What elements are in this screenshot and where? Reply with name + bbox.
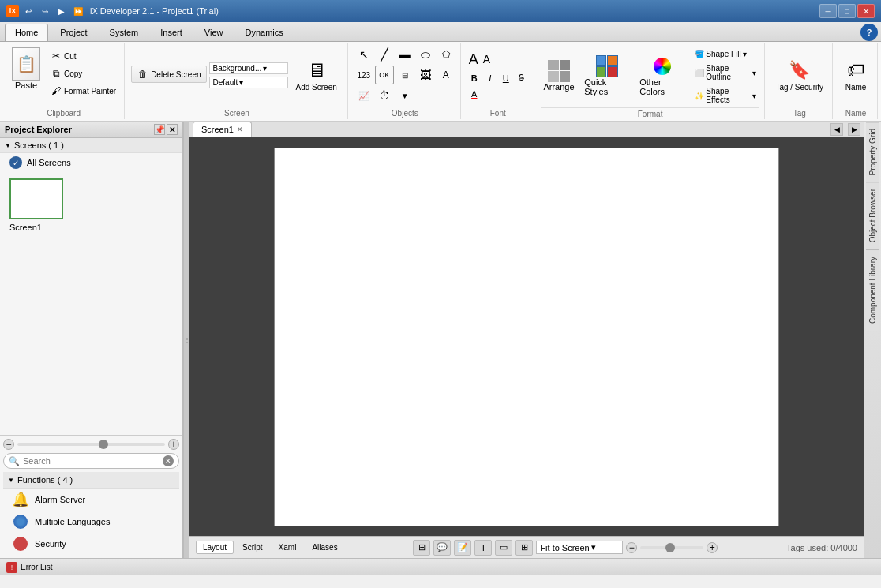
format-painter-button[interactable]: 🖌 Format Painter [47, 83, 119, 99]
zoom-thumb[interactable] [99, 440, 108, 449]
search-field[interactable]: 🔍 ✕ [3, 453, 179, 469]
all-screens-item[interactable]: All Screens [0, 153, 182, 172]
underline-button[interactable]: U [499, 71, 513, 85]
cut-button[interactable]: ✂ Cut [47, 48, 119, 64]
multiple-languages-item[interactable]: Multiple Languages [3, 511, 179, 533]
text-tool-button[interactable]: A [437, 66, 455, 84]
tab-dynamics[interactable]: Dynamics [234, 24, 293, 41]
copy-button[interactable]: ⧉ Copy [47, 66, 119, 81]
maximize-button[interactable]: □ [838, 4, 856, 18]
strikethrough-button[interactable]: S̶ [515, 71, 529, 85]
alarm-server-item[interactable]: 🔔 Alarm Server [3, 489, 179, 511]
tab-insert[interactable]: Insert [150, 24, 193, 41]
script-tab[interactable]: Script [235, 541, 270, 554]
close-button[interactable]: ✕ [857, 4, 875, 18]
quick-styles-button[interactable]: Quick Styles [580, 53, 633, 99]
background-dropdown[interactable]: Background... ▾ [209, 62, 288, 74]
object-browser-tab[interactable]: Object Browser [866, 182, 879, 249]
canvas-scroll-left[interactable]: ◀ [830, 123, 843, 136]
delete-screen-icon: 🗑 [137, 68, 149, 81]
shape-fill-button[interactable]: 🪣 Shape Fill ▾ [692, 48, 759, 60]
default-dropdown[interactable]: Default ▾ [209, 77, 288, 88]
trend-tool-button[interactable]: 📈 [354, 86, 373, 105]
canvas-tab-screen1[interactable]: Screen1 ✕ [193, 122, 252, 137]
help-button[interactable]: ? [860, 24, 878, 41]
run-debug-button[interactable]: ⏩ [71, 4, 85, 18]
tab-home[interactable]: Home [5, 24, 48, 41]
counter-tool-button[interactable]: 123 [354, 66, 373, 84]
error-list-label[interactable]: Error List [21, 563, 53, 571]
tag-security-button[interactable]: 🔖 Tag / Security [771, 55, 827, 95]
property-grid-tab[interactable]: Property Grid [866, 122, 879, 182]
italic-button[interactable]: I [483, 71, 497, 85]
main-layout: Project Explorer 📌 ✕ ▼ Screens ( 1 ) All… [0, 122, 881, 558]
line-tool-button[interactable]: ╱ [375, 45, 394, 64]
component-library-tab[interactable]: Component Library [866, 249, 879, 330]
format-painter-icon: 🖌 [50, 84, 62, 97]
aliases-tab[interactable]: Aliases [305, 541, 344, 554]
slider-tool-button[interactable]: ⊟ [396, 66, 414, 84]
note-tool-button[interactable]: 📝 [454, 540, 471, 556]
window-title: iX Developer 2.1 - Project1 (Trial) [90, 6, 219, 16]
functions-section-label: Functions ( 4 ) [17, 475, 73, 485]
zoom-slider[interactable] [17, 443, 165, 446]
ellipse-tool-button[interactable]: ⬭ [416, 45, 435, 64]
text-tool-button2[interactable]: T [474, 540, 492, 556]
run-button[interactable]: ▶ [54, 4, 69, 18]
screen1-thumbnail[interactable] [9, 178, 63, 219]
zoom-bar-right[interactable] [640, 546, 703, 549]
add-screen-button[interactable]: 🖥 Add Screen [291, 55, 343, 95]
layout-tab[interactable]: Layout [196, 541, 234, 554]
security-item[interactable]: Security [3, 533, 179, 555]
paste-button[interactable]: 📋 Paste [8, 45, 44, 92]
pe-pin-button[interactable]: 📌 [154, 124, 165, 135]
copy-icon: ⧉ [50, 67, 62, 80]
grid-tool-button[interactable]: ⊞ [413, 540, 430, 556]
tab-view[interactable]: View [194, 24, 234, 41]
splitter-handle[interactable]: ⋮ [183, 122, 189, 558]
font-group: A A B I U S̶ A Font [463, 43, 534, 119]
zoom-plus-right-button[interactable]: + [707, 542, 718, 553]
functions-header[interactable]: ▼ Functions ( 4 ) [3, 472, 179, 489]
image-tool-button[interactable]: 🖼 [416, 66, 435, 84]
zoom-thumb-right[interactable] [665, 543, 675, 552]
polygon-tool-button[interactable]: ⬠ [437, 45, 455, 64]
clipboard-group-content: 📋 Paste ✂ Cut ⧉ Copy 🖌 Format Painter [8, 45, 119, 105]
gauge-tool-button[interactable]: ⏱ [375, 86, 394, 105]
font-increase-icon[interactable]: A [467, 50, 480, 69]
rect-tool-button2[interactable]: ▭ [495, 540, 512, 556]
grid-snap-button[interactable]: ⊞ [515, 540, 533, 556]
rectangle-tool-button[interactable]: ▬ [396, 45, 414, 64]
other-colors-button[interactable]: Other Colors [636, 54, 688, 98]
more-objects-button[interactable]: ▼ [396, 86, 414, 105]
shape-outline-button[interactable]: ⬜ Shape Outline ▾ [692, 62, 759, 83]
comment-tool-button[interactable]: 💬 [433, 540, 451, 556]
arrange-button[interactable]: Arrange [541, 58, 577, 94]
bold-button[interactable]: B [467, 71, 482, 85]
minimize-button[interactable]: ─ [819, 4, 837, 18]
canvas-scroll-right[interactable]: ▶ [848, 123, 860, 136]
font-color-button[interactable]: A [467, 87, 482, 101]
screen-canvas[interactable] [274, 148, 779, 526]
pe-close-button[interactable]: ✕ [167, 124, 178, 135]
zoom-minus-right-button[interactable]: − [626, 542, 637, 553]
shape-effects-button[interactable]: ✨ Shape Effects ▾ [692, 85, 759, 106]
tab-close-icon[interactable]: ✕ [237, 125, 243, 133]
fit-screen-dropdown[interactable]: Fit to Screen ▾ [536, 541, 623, 554]
ok-button-tool[interactable]: OK [375, 66, 394, 84]
redo-button[interactable]: ↪ [38, 4, 52, 18]
search-clear-button[interactable]: ✕ [163, 455, 174, 466]
pointer-tool-button[interactable]: ↖ [354, 45, 373, 64]
canvas-tabs: Screen1 ✕ ◀ ▶ [189, 122, 864, 137]
name-button[interactable]: 🏷 Name [839, 55, 872, 95]
xaml-tab[interactable]: Xaml [272, 541, 304, 554]
delete-screen-button[interactable]: 🗑 Delete Screen [131, 66, 206, 83]
zoom-minus-button[interactable]: − [3, 439, 14, 450]
tab-system[interactable]: System [99, 24, 149, 41]
search-input[interactable] [23, 456, 159, 466]
zoom-plus-button[interactable]: + [168, 439, 179, 450]
tab-project[interactable]: Project [50, 24, 97, 41]
font-decrease-icon[interactable]: A [482, 51, 492, 67]
screens-section-header[interactable]: ▼ Screens ( 1 ) [0, 138, 182, 153]
undo-button[interactable]: ↩ [21, 4, 36, 18]
